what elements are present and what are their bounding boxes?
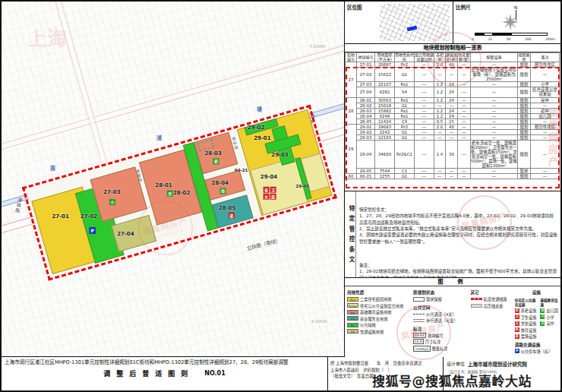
table-cell-attr: 规划 (518, 174, 531, 179)
table-cell-attr: 规划 (518, 97, 531, 103)
status-swatch (413, 297, 425, 302)
table-cell-parcel: 60-21 (357, 174, 375, 179)
parcel-label-27-04: 27-04 (117, 231, 134, 237)
table-cell-attr: 规划 (518, 134, 531, 140)
legend-traffic-header: 道路交通设施 (515, 342, 558, 348)
table-cell-code: G1 (395, 174, 415, 179)
legend-status-item: 现状保留 (413, 296, 467, 302)
title-cell: 上海市闵行区浦江社区MHPO-1301单元控制性详细规划01C街坊和MHPO-1… (2, 357, 328, 390)
design-unit-label: 设计单位 (447, 360, 465, 367)
legend-landuse-item: Rr2&C住宅与公共设施混合用地 (347, 303, 410, 308)
legend-facility-item: 养养老设施 (515, 308, 537, 313)
table-cell-parcel: 27-01 (357, 62, 375, 68)
legend-annotation-item: 15.0尺寸标注 (413, 339, 467, 344)
publicspace-sample (413, 319, 425, 322)
table-cell-units: — (458, 62, 471, 68)
facility-icon: 卫 (515, 315, 519, 319)
legend-landuse-column: 用地性质 Rr2二类住宅组团用地Rr2&C住宅与公共设施混合用地Rs1基础教育设… (347, 288, 410, 355)
river-label-char: 周 (50, 164, 55, 172)
table-cell-attr: 规划 (518, 108, 531, 113)
parcel-icons-27-02: P (89, 227, 103, 234)
legend-facility-item: 体体育设施 (515, 327, 537, 333)
table-cell-far: 1.2 (434, 97, 446, 103)
legend-landuse-header: 用地性质 (347, 289, 410, 296)
parcel-label-28-02: 28-02 (173, 190, 190, 196)
header-row: 区位图 比例尺 N 02550100200m (345, 2, 560, 44)
scale-title: 比例尺 (456, 3, 471, 11)
location-map-cell: 区位图 (345, 2, 453, 43)
table-cell-mix: — (415, 103, 434, 108)
table-cell-units: — (458, 174, 471, 179)
scale-cell: 比例尺 N 02550100200m (453, 2, 560, 43)
facility-icon: 体 (515, 327, 519, 332)
provisions-block-2: 备注： 1、28-02地块可结合绿地，在地铁站西侧设置轨交站前广场，面积不低于8… (359, 262, 557, 277)
legend-landuse-item: G1公共绿地 (347, 322, 410, 327)
table-cell-facilities: — (471, 97, 518, 103)
table-cell-parcel: 27-04 (357, 87, 375, 97)
table-cell-code: Rs1 (395, 108, 415, 113)
table-cell-height: — (446, 134, 458, 140)
edu-icon: 小 (109, 199, 115, 205)
scale-tick-label: 0 (472, 37, 474, 41)
table-cell-parcel: 27-02 (357, 68, 375, 82)
edu-icon: 幼 (220, 188, 226, 194)
facility-group: 住宅区公共服务设施养养老设施卫卫生设施文文化设施体体育设施菜菜场设施 (515, 296, 537, 340)
table-cell-code: G1 (395, 68, 415, 82)
table-cell-facilities: 老年活动室一处，建筑面积200m²；卫生服务点一处，建筑面积150m²；文化活动… (471, 140, 518, 168)
service-icon: 老 (264, 187, 270, 193)
table-cell-area: 15018 (375, 103, 395, 108)
table-cell-height: — (446, 174, 458, 179)
table-cell-units: — (458, 108, 471, 113)
publicspace-sample (413, 314, 425, 315)
parcel-label-28-03: 28-03 (204, 150, 221, 156)
provisions-text: 特定管控条文： 1、27、28、29街坊内地块平均标高不低于吴淞高程4.0米，其… (356, 191, 560, 277)
table-row: 28-0315882Rs1—1.224——规划初中 (346, 108, 560, 113)
river-label-char: 浦 (156, 134, 162, 141)
table-cell-mix: — (415, 174, 434, 179)
table-cell-area: 30563 (375, 97, 395, 103)
table-cell-code: C4 (395, 119, 415, 124)
table-cell-height: 24 (446, 82, 458, 87)
table-cell-area: 34820 (375, 140, 395, 168)
table-cell-units: — (458, 113, 471, 119)
grid-coordinate: Y-10000 (310, 44, 325, 49)
table-cell-area: 29683 (375, 124, 395, 129)
legend-title: 图 例 (345, 278, 560, 286)
legend-annotation-item: XX-XX地块编号 (413, 333, 467, 338)
table-cell-remark: 租赁性住房 (531, 124, 560, 129)
table-cell-remark: 结合设置公交首末站 (531, 87, 560, 97)
table-cell-remark: — (531, 129, 560, 134)
table-row: 28-0215018G1—————规划— (346, 103, 560, 108)
table-cell-units: — (458, 82, 471, 87)
table-column-header: 备注 (531, 53, 560, 62)
table-cell-remark: — (531, 169, 560, 174)
table-cell-mix: — (415, 129, 434, 134)
table-cell-facilities: — (471, 129, 518, 134)
facility-icon: 完 (540, 321, 545, 326)
table-cell-units: — (458, 140, 471, 168)
legend-facility-item: 完完中 (540, 321, 558, 326)
table-cell-facilities: — (471, 82, 518, 87)
table-cell-code: Rr2 (395, 62, 415, 68)
sheet-number: NO.01 (204, 370, 226, 377)
table-cell-mix: — (415, 113, 434, 119)
landuse-swatch: G1 (347, 323, 358, 327)
table-column-header: 配套设施 (471, 53, 518, 62)
table-cell-height: 40 (446, 62, 458, 68)
table-cell-mix: — (415, 87, 434, 97)
table-cell-remark: — (531, 68, 560, 82)
table-cell-height: — (446, 129, 458, 134)
scale-tick-label: 50 (507, 37, 511, 41)
table-cell-height: 24 (446, 108, 458, 113)
table-cell-remark: — (531, 140, 560, 168)
table-cell-far: — (434, 174, 446, 179)
parcel-label-27-01: 27-01 (52, 213, 68, 220)
parcel-label-29-04: 29-04 (260, 174, 277, 180)
table-cell-area: 2242 (375, 129, 395, 134)
legend-item-parking: P 公共停车场（库） (515, 349, 558, 354)
sheet-name: 调整后普适图则 (103, 368, 194, 378)
annotation-sample: (2500㎡) (413, 346, 431, 352)
legend-facility-item: 菜菜场设施 (515, 334, 537, 339)
table-cell-facilities: — (471, 119, 518, 124)
grid-coordinate: X-10500 (311, 319, 327, 324)
